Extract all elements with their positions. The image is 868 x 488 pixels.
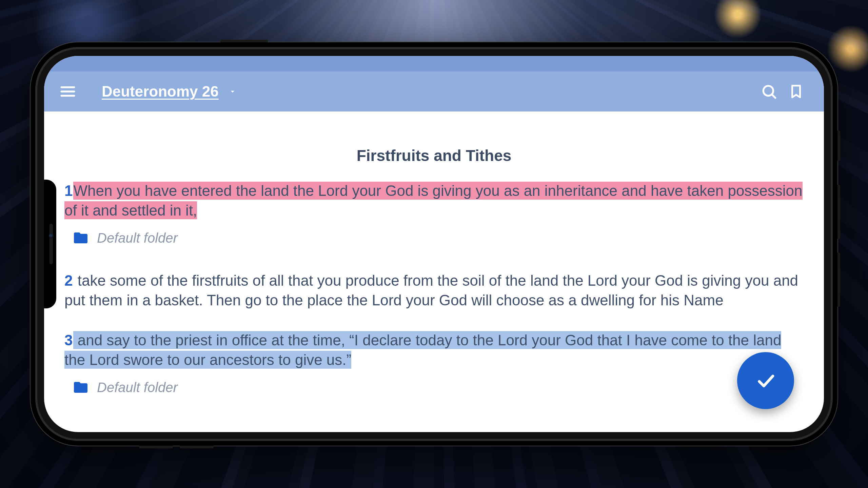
chapter-selector[interactable]: Deuteronomy 26 [102,83,237,100]
phone-volume-button [220,40,268,42]
folder-icon [73,230,89,246]
folder-tag-row[interactable]: Default folder [73,229,804,247]
phone-side-button [837,130,840,161]
verse-text-highlighted: When you have entered the land the Lord … [64,182,803,219]
verse-text-highlighted: and say to the priest in office at the t… [64,331,781,369]
bookmark-button[interactable] [783,78,810,105]
folder-icon [73,379,89,395]
dropdown-icon [228,87,237,96]
phone-speaker [50,224,53,264]
phone-side-button [837,185,840,239]
verse-number: 1 [64,182,73,199]
check-icon [755,370,776,391]
scripture-content[interactable]: Firstfruits and Tithes 1When you have en… [44,111,824,432]
verse-text: take some of the firstfruits of all that… [64,272,798,308]
menu-button[interactable] [54,78,81,105]
verse-1[interactable]: 1When you have entered the land the Lord… [64,181,804,220]
phone-side-button [139,446,173,448]
search-icon [761,83,777,100]
section-heading: Firstfruits and Tithes [64,145,804,166]
confirm-fab[interactable] [737,352,794,409]
phone-side-button [180,446,214,448]
phone-camera [49,233,54,238]
hamburger-icon [59,83,76,100]
svg-line-4 [772,94,775,98]
verse-3[interactable]: 3 and say to the priest in office at the… [64,330,804,370]
verse-2[interactable]: 2 take some of the firstfruits of all th… [64,271,804,310]
folder-label: Default folder [97,229,178,247]
verse-number: 3 [64,332,73,348]
status-bar [44,56,824,72]
search-button[interactable] [755,78,783,105]
chapter-title: Deuteronomy 26 [102,83,219,100]
folder-label: Default folder [97,379,178,396]
app-screen: Deuteronomy 26 Firstfruits and Tithes 1W… [44,56,824,432]
bookmark-icon [788,84,804,99]
phone-mockup-frame: Deuteronomy 26 Firstfruits and Tithes 1W… [31,42,837,446]
app-bar: Deuteronomy 26 [44,72,824,111]
phone-notch [44,180,56,308]
verse-number: 2 [64,272,73,289]
phone-side-button [837,252,840,307]
folder-tag-row[interactable]: Default folder [73,379,804,396]
